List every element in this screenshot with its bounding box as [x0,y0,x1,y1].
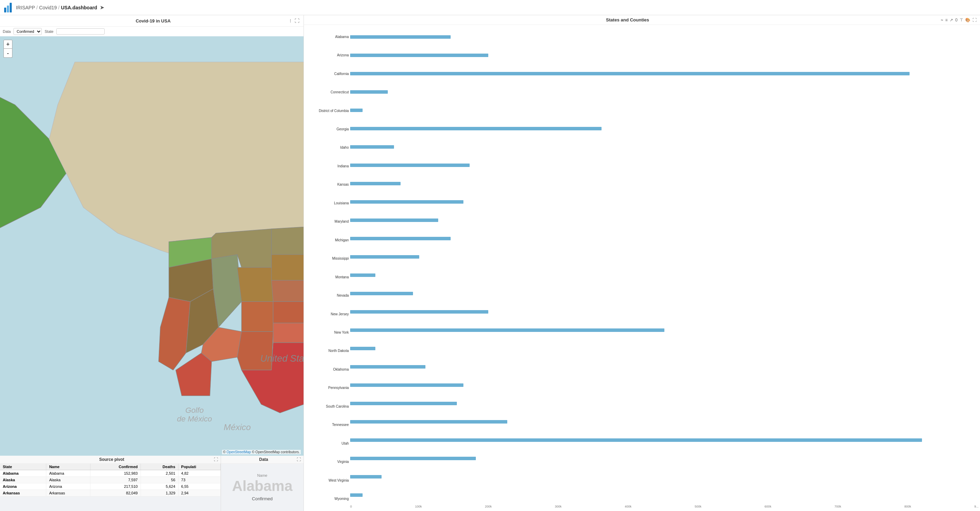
chart-bars-wrapper: 0100k200k300k400k500k600k700k800k9... [350,28,978,508]
zoom-in-button[interactable]: + [3,40,13,49]
bar [350,365,425,369]
bar-row[interactable] [350,254,978,259]
x-axis-label: 100k [415,505,422,508]
bar-row[interactable] [350,493,978,498]
cell-confirmed: 152,983 [90,470,140,477]
bar-row[interactable] [350,364,978,369]
bar-row[interactable] [350,145,978,149]
cell-state: Alaska [0,477,46,483]
bar-row[interactable] [350,71,978,76]
cell-state: Arkansas [0,490,46,497]
cell-name: Alaska [46,477,90,483]
bar-row[interactable] [350,291,978,296]
bar-row[interactable] [350,310,978,314]
cell-pop: 73 [178,477,220,483]
bar-row[interactable] [350,328,978,332]
map-container[interactable]: + - [0,36,304,456]
zoom-out-button[interactable]: - [3,49,13,58]
svg-text:de México: de México [177,415,212,423]
app-name[interactable]: IRISAPP [16,5,35,10]
chart-state-label: Alabama [305,35,349,40]
bar-row[interactable] [350,200,978,204]
chart-state-label: Idaho [305,145,349,150]
x-axis-label: 800k [904,505,911,508]
bar-row[interactable] [350,273,978,278]
bar-row[interactable] [350,236,978,241]
section-name[interactable]: Covid19 [39,5,57,10]
x-axis-label: 300k [555,505,562,508]
bar-row[interactable] [350,419,978,424]
right-panel: States and Counties ≈ ≡ ↗ 0 ⊤ 🎨 ⛶ Alabam… [304,15,980,511]
bar-row[interactable] [350,53,978,58]
bar [350,35,451,39]
x-axis-label: 700k [835,505,842,508]
cell-confirmed: 7,597 [90,477,140,483]
table-row[interactable]: Arizona Arizona 217,510 5,624 6,55 [0,483,221,490]
data-card-value-label: Confirmed [252,496,273,501]
cell-name: Alabama [46,470,90,477]
map-title: Covid-19 in USA [17,18,289,24]
bar [350,292,413,295]
bar [350,72,910,75]
share-icon[interactable]: ➤ [100,4,104,11]
page-name: USA.dashboard [61,5,97,10]
expand-data-card-icon[interactable]: ⛶ [297,457,301,462]
logo-bar-1 [4,8,6,13]
bar-row[interactable] [350,401,978,406]
source-pivot-scroll[interactable]: State Name Confirmed Deaths Populati Ala… [0,464,221,511]
bar-row[interactable] [350,438,978,442]
table-icon[interactable]: ⊤ [959,18,963,22]
col-state: State [0,464,46,470]
chart-state-label: Tennessee [305,423,349,427]
data-select[interactable]: Confirmed Deaths Population [13,28,42,35]
col-pop: Populati [178,464,220,470]
cell-deaths: 56 [140,477,178,483]
svg-text:United States: United States [260,353,304,364]
table-row[interactable]: Alaska Alaska 7,597 56 73 [0,477,221,483]
osm-link[interactable]: OpenStreetMap [226,450,251,454]
expand-source-pivot-icon[interactable]: ⛶ [214,457,218,462]
bar-row[interactable] [350,35,978,40]
table-row[interactable]: Alabama Alabama 152,983 2,501 4,82 [0,470,221,477]
map-toolbar: ⁝ ⛶ [289,17,300,24]
bar [350,163,469,167]
list-icon[interactable]: ≡ [945,18,948,22]
source-pivot-title: Source pivot [10,457,214,462]
sep-2: / [58,5,60,10]
state-label: State [45,29,54,34]
bar [350,237,451,240]
counter-label: 0 [955,18,958,22]
bar-row[interactable] [350,383,978,388]
bar-row[interactable] [350,181,978,186]
bar-row[interactable] [350,89,978,94]
filter-icon[interactable]: ≈ [941,18,943,22]
map-section: Covid-19 in USA ⁝ ⛶ Data Confirmed Death… [0,15,304,456]
bar [350,457,476,460]
expand-map-icon[interactable]: ⛶ [294,17,300,24]
cell-name: Arkansas [46,490,90,497]
chart-state-label: Connecticut [305,90,349,95]
chart-state-label: North Dakota [305,348,349,353]
state-input[interactable] [56,28,105,35]
grid-icon[interactable]: ⁝ [289,17,292,24]
cell-confirmed: 217,510 [90,483,140,490]
bar [350,347,375,350]
bottom-tables: Source pivot ⛶ State Name Confirmed Deat… [0,456,304,511]
palette-icon[interactable]: 🎨 [965,18,970,22]
expand-chart-icon[interactable]: ⛶ [972,18,977,22]
bar-row[interactable] [350,456,978,461]
breadcrumb: IRISAPP / Covid19 / USA.dashboard [16,5,97,10]
cell-deaths: 5,624 [140,483,178,490]
bar-row[interactable] [350,218,978,223]
table-row[interactable]: Arkansas Arkansas 82,049 1,329 2,94 [0,490,221,497]
line-icon[interactable]: ↗ [950,18,953,22]
bar [350,383,463,387]
bar-row[interactable] [350,126,978,131]
bar-row[interactable] [350,108,978,113]
data-card-name-value: Alabama [232,479,293,493]
bar-row[interactable] [350,163,978,168]
chart-state-label: South Carolina [305,404,349,409]
bar [350,127,601,130]
bar-row[interactable] [350,346,978,351]
bar-row[interactable] [350,474,978,479]
